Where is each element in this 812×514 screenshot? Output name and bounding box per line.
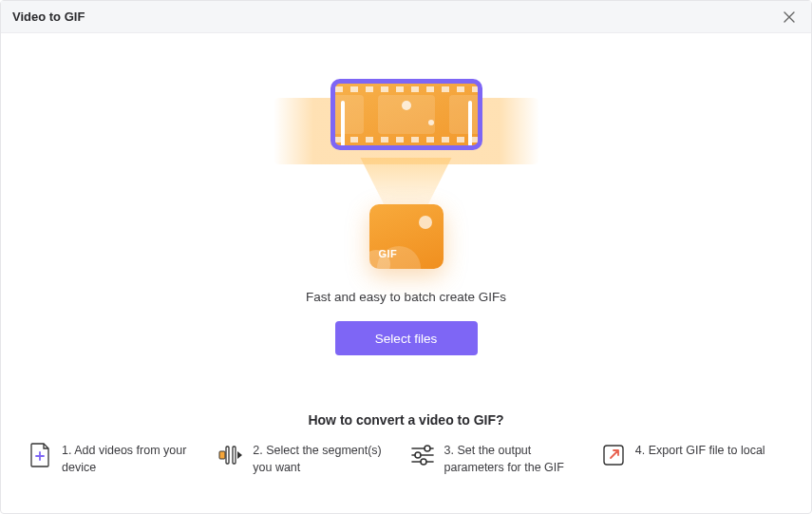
sliders-icon [410, 443, 435, 467]
step-3: 3. Set the output parameters for the GIF [410, 443, 594, 476]
main-content: GIF Fast and easy to batch create GIFs S… [1, 33, 811, 513]
trim-icon [218, 443, 243, 467]
step-text: 2. Select the segment(s) you want [253, 443, 395, 476]
filmstrip-icon [330, 79, 482, 150]
close-button[interactable] [779, 7, 800, 28]
svg-rect-1 [233, 447, 236, 464]
step-2: 2. Select the segment(s) you want [218, 443, 402, 476]
svg-point-6 [425, 446, 430, 451]
step-4: 4. Export GIF file to local [601, 443, 784, 476]
steps-row: 1. Add videos from your device [28, 443, 784, 476]
svg-point-7 [415, 452, 421, 458]
select-files-button[interactable]: Select files [335, 321, 478, 355]
projection-beam [349, 158, 463, 208]
step-text: 4. Export GIF file to local [635, 443, 765, 460]
step-text: 1. Add videos from your device [62, 443, 204, 476]
add-file-icon [28, 443, 52, 467]
gif-label: GIF [379, 248, 398, 259]
step-1: 1. Add videos from your device [28, 443, 211, 476]
window-title: Video to GIF [12, 10, 779, 24]
titlebar: Video to GIF [1, 1, 811, 33]
svg-rect-2 [219, 451, 225, 459]
tagline-text: Fast and easy to batch create GIFs [306, 290, 506, 304]
step-text: 3. Set the output parameters for the GIF [444, 443, 587, 476]
howto-section: How to convert a video to GIF? 1. Add vi… [1, 412, 811, 495]
video-to-gif-window: Video to GIF GIF Fast [0, 0, 812, 514]
export-icon [601, 443, 626, 467]
svg-point-8 [421, 459, 426, 465]
close-icon [784, 11, 795, 23]
gif-card-icon: GIF [369, 204, 444, 269]
howto-title: How to convert a video to GIF? [28, 412, 784, 428]
hero-illustration: GIF [302, 79, 511, 269]
svg-rect-0 [226, 447, 229, 464]
